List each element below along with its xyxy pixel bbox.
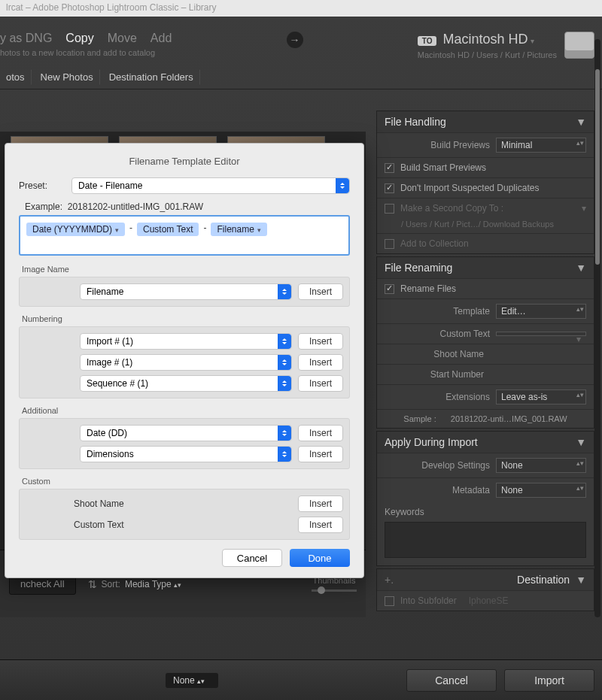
custom-group-title: Custom bbox=[22, 477, 350, 486]
additional-group-title: Additional bbox=[22, 406, 350, 415]
file-handling-panel: File Handling▼ Build Previews Minimal▴▾ … bbox=[376, 111, 594, 254]
example-value: 20181202-untitled-IMG_001.RAW bbox=[68, 202, 203, 212]
smart-previews-checkbox[interactable] bbox=[385, 163, 394, 173]
metadata-label: Metadata bbox=[415, 485, 490, 495]
keywords-label: Keywords bbox=[377, 502, 594, 517]
file-renaming-header[interactable]: File Renaming▼ bbox=[377, 257, 594, 278]
template-label: Template bbox=[415, 306, 490, 317]
example-label: Example: bbox=[25, 202, 62, 212]
triangle-down-icon[interactable]: ▾ bbox=[582, 203, 586, 214]
thumbnail-size-slider[interactable] bbox=[312, 589, 357, 592]
action-add[interactable]: Add bbox=[150, 32, 172, 45]
triangle-down-icon: ▼ bbox=[576, 262, 586, 274]
insert-button[interactable]: Insert bbox=[298, 283, 343, 300]
sort-label: Sort: bbox=[102, 579, 120, 589]
add-collection-checkbox[interactable] bbox=[385, 239, 394, 249]
destination-drive[interactable]: Macintosh HD bbox=[442, 32, 528, 47]
preset-select[interactable]: Date - Filename bbox=[71, 177, 350, 194]
insert-button[interactable]: Insert bbox=[298, 375, 343, 392]
scrollbar-thumb[interactable] bbox=[595, 69, 600, 265]
done-button[interactable]: Done bbox=[290, 549, 350, 567]
sample-label: Sample : bbox=[403, 414, 436, 423]
file-handling-header[interactable]: File Handling▼ bbox=[377, 111, 594, 132]
import-number-select[interactable]: Import # (1) bbox=[80, 333, 292, 350]
destination-panel: +.Destination▼ Into SubfolderIphoneSE bbox=[376, 568, 594, 611]
custom-text-label: Custom Text bbox=[26, 520, 292, 530]
triangle-down-icon: ▼ bbox=[576, 116, 586, 128]
action-hint: hotos to a new location and add to catal… bbox=[0, 48, 172, 57]
develop-settings-select[interactable]: None▴▾ bbox=[496, 458, 586, 473]
template-select[interactable]: Edit…▴▾ bbox=[496, 304, 586, 319]
add-collection-label: Add to Collection bbox=[400, 238, 469, 249]
sequence-number-select[interactable]: Sequence # (1) bbox=[80, 375, 292, 392]
smart-previews-label: Build Smart Previews bbox=[400, 162, 486, 173]
extensions-select[interactable]: Leave as-is▴▾ bbox=[496, 389, 586, 405]
insert-button[interactable]: Insert bbox=[298, 446, 343, 462]
start-number-label: Start Number bbox=[409, 369, 484, 380]
no-duplicates-label: Don't Import Suspected Duplicates bbox=[400, 183, 539, 193]
image-number-select[interactable]: Image # (1) bbox=[80, 354, 292, 371]
token-custom-text[interactable]: Custom Text bbox=[137, 223, 199, 236]
footer-bar: None ▴▾ Cancel Import bbox=[0, 659, 602, 700]
into-subfolder-checkbox[interactable] bbox=[385, 596, 394, 606]
footer-import-button[interactable]: Import bbox=[504, 669, 594, 692]
plus-icon[interactable]: +. bbox=[385, 574, 394, 586]
tab-destination-folders[interactable]: Destination Folders bbox=[103, 70, 200, 84]
chevron-down-icon[interactable]: ▾ bbox=[531, 37, 534, 45]
sample-value: 20181202-unti…IMG_001.RAW bbox=[451, 414, 567, 423]
import-top-toolbar: y as DNG Copy Move Add hotos to a new lo… bbox=[0, 17, 602, 65]
image-name-select[interactable]: Filename bbox=[80, 283, 292, 300]
source-tabs: otos New Photos Destination Folders bbox=[0, 65, 602, 89]
tab-new-photos[interactable]: New Photos bbox=[35, 70, 100, 84]
import-preset-select[interactable]: None ▴▾ bbox=[166, 673, 218, 688]
cancel-button[interactable]: Cancel bbox=[222, 549, 282, 567]
insert-button[interactable]: Insert bbox=[298, 333, 343, 350]
dimensions-select[interactable]: Dimensions bbox=[80, 446, 292, 462]
arrow-right-icon[interactable]: → bbox=[287, 32, 303, 48]
metadata-select[interactable]: None▴▾ bbox=[496, 483, 586, 498]
apply-during-header[interactable]: Apply During Import▼ bbox=[377, 432, 594, 453]
into-subfolder-label: Into Subfolder bbox=[400, 595, 457, 606]
token-date[interactable]: Date (YYYYMMDD)▾ bbox=[26, 223, 125, 236]
second-copy-label: Make a Second Copy To : bbox=[400, 203, 503, 214]
shoot-name-label: Shoot Name bbox=[409, 349, 484, 359]
build-previews-label: Build Previews bbox=[415, 140, 490, 150]
footer-cancel-button[interactable]: Cancel bbox=[406, 669, 497, 692]
right-panel: File Handling▼ Build Previews Minimal▴▾ … bbox=[376, 111, 594, 614]
filename-template-editor-dialog: Filename Template Editor Preset: Date - … bbox=[5, 143, 364, 578]
sort-select[interactable]: Media Type ▴▾ bbox=[125, 579, 181, 589]
action-copy[interactable]: Copy bbox=[65, 32, 93, 45]
file-renaming-panel: File Renaming▼ Rename Files TemplateEdit… bbox=[376, 256, 594, 429]
rename-files-checkbox[interactable] bbox=[385, 284, 394, 294]
image-name-group-title: Image Name bbox=[22, 265, 350, 274]
action-copy-as-dng[interactable]: y as DNG bbox=[0, 32, 52, 45]
dialog-title: Filename Template Editor bbox=[19, 153, 350, 177]
destination-header[interactable]: +.Destination▼ bbox=[377, 569, 594, 590]
drive-icon bbox=[564, 32, 594, 59]
insert-button[interactable]: Insert bbox=[298, 517, 343, 533]
date-select[interactable]: Date (DD) bbox=[80, 425, 292, 441]
preset-label: Preset: bbox=[19, 180, 64, 191]
build-previews-select[interactable]: Minimal▴▾ bbox=[496, 138, 586, 153]
insert-button[interactable]: Insert bbox=[298, 495, 343, 512]
token-filename[interactable]: Filename▾ bbox=[211, 223, 266, 236]
no-duplicates-checkbox[interactable] bbox=[385, 183, 394, 193]
scrollbar-track[interactable] bbox=[594, 39, 600, 617]
second-copy-path: / Users / Kurt / Pict…/ Download Backups bbox=[385, 220, 554, 229]
token-separator: - bbox=[202, 223, 208, 233]
sort-az-icon[interactable]: ⇅ bbox=[88, 578, 97, 590]
second-copy-checkbox[interactable] bbox=[385, 204, 394, 214]
template-token-field[interactable]: Date (YYYYMMDD)▾ - Custom Text - Filenam… bbox=[19, 215, 350, 256]
tab-all-photos[interactable]: otos bbox=[0, 70, 32, 84]
rename-files-label: Rename Files bbox=[400, 283, 456, 294]
custom-text-label: Custom Text bbox=[415, 329, 490, 339]
token-separator: - bbox=[128, 223, 134, 233]
insert-button[interactable]: Insert bbox=[298, 425, 343, 441]
action-move[interactable]: Move bbox=[108, 32, 137, 45]
apply-during-import-panel: Apply During Import▼ Develop SettingsNon… bbox=[376, 431, 594, 566]
custom-text-input[interactable]: ▾ bbox=[496, 332, 586, 336]
keywords-input[interactable] bbox=[385, 522, 586, 558]
insert-button[interactable]: Insert bbox=[298, 354, 343, 371]
triangle-down-icon: ▼ bbox=[576, 436, 586, 448]
window-title-bar: lrcat – Adobe Photoshop Lightroom Classi… bbox=[0, 0, 602, 17]
